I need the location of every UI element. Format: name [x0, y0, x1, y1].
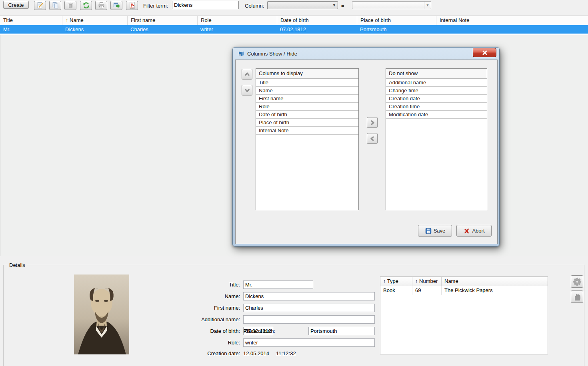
move-down-button[interactable] — [242, 85, 252, 95]
create-button-label: Create — [8, 2, 24, 8]
hide-list-item[interactable]: Change time — [386, 87, 487, 95]
show-list-item[interactable]: Date of birth — [256, 111, 358, 119]
columns-show-hide-dialog: Columns Show / Hide Columns to display T… — [232, 47, 500, 247]
column-header-first-name[interactable]: First name — [127, 16, 197, 25]
dialog-content: Columns to display Title Name First name… — [235, 60, 498, 244]
column-select[interactable]: ▼ — [267, 1, 338, 9]
pdf-export-button[interactable]: PDF — [126, 1, 138, 10]
column-header-internal-note[interactable]: Internal Note — [436, 16, 588, 25]
show-list-item[interactable]: Internal Note — [256, 127, 358, 135]
creation-time-value: 11:12:32 — [276, 350, 296, 356]
dialog-close-button[interactable] — [473, 48, 496, 57]
toolbar: Create — [0, 0, 588, 16]
move-right-icon — [369, 119, 376, 126]
columns-to-display-list: Columns to display Title Name First name… — [256, 68, 359, 210]
abort-button-label: Abort — [472, 228, 484, 234]
hide-list-item[interactable]: Modification date — [386, 111, 487, 119]
name-input[interactable] — [243, 292, 375, 300]
edit-button[interactable] — [34, 1, 46, 10]
first-name-label: First name: — [176, 305, 240, 311]
column-header-role[interactable]: Role — [197, 16, 277, 25]
cell-name[interactable]: Dickens — [62, 25, 127, 34]
hide-list-item[interactable]: Additional name — [386, 79, 487, 87]
works-header-type[interactable]: ↑ Type — [380, 277, 412, 286]
save-button-label: Save — [434, 228, 446, 234]
abort-button[interactable]: Abort — [456, 225, 492, 237]
hide-list-item[interactable]: Creation date — [386, 95, 487, 103]
gear-icon — [572, 277, 582, 286]
role-input[interactable] — [243, 338, 375, 347]
works-header-number[interactable]: ↑ Number — [412, 277, 442, 286]
show-list-item[interactable]: Title — [256, 79, 358, 87]
show-list-item[interactable]: Role — [256, 103, 358, 111]
column-header-place-of-birth[interactable]: Place of birth — [357, 16, 436, 25]
hide-list-header: Do not show — [386, 69, 487, 79]
column-label: Column: — [245, 2, 264, 10]
application-window: Create — [0, 0, 588, 366]
additional-name-label: Additional name: — [176, 316, 240, 322]
move-down-icon — [244, 87, 250, 93]
role-label: Role: — [176, 340, 240, 346]
delete-button[interactable] — [64, 1, 76, 10]
works-assign-button[interactable] — [571, 290, 583, 303]
cell-date-of-birth[interactable]: 07.02.1812 — [277, 25, 357, 34]
first-name-input[interactable] — [243, 304, 375, 312]
pointing-hand-icon — [573, 292, 582, 301]
delete-trash-icon — [67, 2, 74, 9]
place-of-birth-input[interactable] — [308, 327, 375, 335]
edit-icon — [36, 2, 44, 9]
cell-internal-note[interactable] — [436, 25, 588, 34]
columns-dialog-icon — [238, 50, 245, 57]
svg-text:PDF: PDF — [130, 7, 134, 9]
refresh-button[interactable] — [80, 1, 92, 10]
dialog-titlebar[interactable]: Columns Show / Hide — [233, 48, 499, 60]
create-button[interactable]: Create — [3, 1, 29, 9]
cell-role[interactable]: writer — [197, 25, 277, 34]
show-list-item[interactable]: Place of birth — [256, 119, 358, 127]
move-right-button[interactable] — [367, 117, 378, 128]
works-cell-name[interactable]: The Pickwick Papers — [442, 286, 548, 295]
additional-name-input[interactable] — [243, 315, 375, 324]
hide-list-item[interactable]: Creation time — [386, 103, 487, 111]
save-floppy-icon — [425, 227, 432, 235]
equals-label: = — [341, 2, 344, 10]
empty-row-strip — [0, 34, 588, 35]
dialog-title: Columns Show / Hide — [247, 51, 297, 57]
move-left-icon — [369, 135, 376, 142]
cell-place-of-birth[interactable]: Portsmouth — [357, 25, 436, 34]
copy-button[interactable] — [49, 1, 61, 10]
move-up-button[interactable] — [242, 69, 252, 80]
column-header-name[interactable]: ↑ Name — [62, 16, 127, 25]
copy-icon — [52, 2, 59, 9]
show-list-item[interactable]: Name — [256, 87, 358, 95]
title-input[interactable] — [243, 280, 313, 289]
column-header-date-of-birth[interactable]: Date of birth — [277, 16, 357, 25]
works-header-name[interactable]: Name — [442, 277, 548, 286]
pdf-icon: PDF — [128, 2, 136, 9]
print-button[interactable] — [95, 1, 107, 10]
filter-term-label: Filter term: — [143, 2, 168, 10]
works-cell-type[interactable]: Book — [380, 286, 412, 295]
column-header-title[interactable]: Title — [0, 16, 62, 25]
cell-first-name[interactable]: Charles — [127, 25, 197, 34]
works-settings-button[interactable] — [571, 275, 583, 288]
creation-date-label: Creation date: — [176, 350, 240, 356]
details-legend: Details — [7, 262, 27, 268]
move-left-button[interactable] — [367, 133, 378, 144]
date-of-birth-label: Date of birth: — [176, 328, 240, 334]
name-label: Name: — [176, 293, 240, 299]
show-list-item[interactable]: First name — [256, 95, 358, 103]
chevron-down-icon: ▼ — [424, 2, 431, 9]
filter-term-input[interactable] — [172, 1, 239, 9]
cell-title[interactable]: Mr. — [0, 25, 62, 34]
do-not-show-list: Do not show Additional name Change time … — [386, 68, 487, 210]
filter-value-select[interactable]: ▼ — [352, 1, 431, 9]
works-table: ↑ Type ↑ Number Name Book 69 The Pickwic… — [380, 276, 548, 354]
table-row-selected[interactable]: Mr. Dickens Charles writer 07.02.1812 Po… — [0, 25, 588, 34]
save-button[interactable]: Save — [418, 225, 452, 237]
title-label: Title: — [176, 282, 240, 288]
works-cell-number[interactable]: 69 — [412, 286, 442, 295]
export-button[interactable] — [110, 1, 122, 10]
print-icon — [98, 2, 105, 9]
export-icon — [113, 2, 120, 9]
